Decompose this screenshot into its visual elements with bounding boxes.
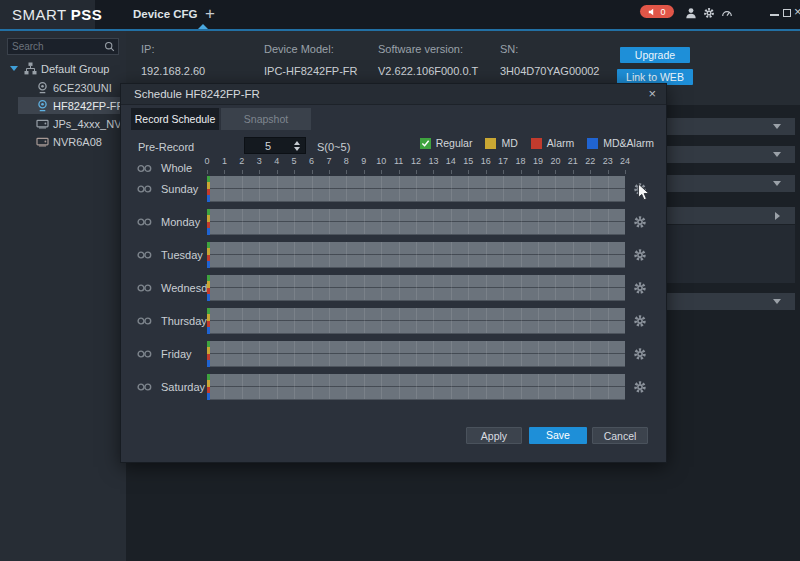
regular-checkbox[interactable] [420, 138, 431, 149]
timeline-strip [207, 341, 210, 367]
title-bar: SMART PSS Device CFG + 0 × [0, 0, 800, 29]
gear-icon[interactable] [633, 215, 647, 229]
device-sidebar: Default Group 6CE230UNI HF8242FP-FR JPs_… [0, 31, 126, 561]
cancel-button[interactable]: Cancel [592, 427, 648, 444]
expand-arrow-icon[interactable] [10, 66, 18, 71]
alarm-count: 0 [660, 7, 665, 17]
brand-text-bold: PSS [71, 6, 103, 23]
search-box[interactable] [7, 38, 119, 55]
chevron-right-icon [775, 212, 780, 220]
day-label: Friday [161, 341, 192, 367]
apply-button[interactable]: Apply [466, 427, 522, 444]
schedule-dialog: Schedule HF8242FP-FR × Record Schedule S… [120, 83, 667, 463]
sidebar-item-default-group[interactable]: Default Group [0, 60, 126, 77]
link-icon[interactable] [137, 185, 152, 194]
spin-down-icon[interactable] [294, 147, 300, 151]
search-icon[interactable] [104, 41, 115, 52]
schedule-row-whole: Whole [121, 161, 668, 175]
device-label: JPs_4xxx_NVR [53, 118, 129, 130]
mouse-cursor [637, 183, 650, 202]
schedule-row-thursday: Thursday [121, 308, 668, 334]
check-icon [421, 139, 430, 148]
upgrade-button[interactable]: Upgrade [620, 47, 690, 63]
schedule-row-sunday: Sunday [121, 176, 668, 202]
user-icon[interactable] [685, 7, 697, 19]
sidebar-item-hf8242fp-fr[interactable]: HF8242FP-FR [18, 97, 126, 114]
link-icon[interactable] [137, 251, 152, 260]
schedule-row-wednesday: Wednesday [121, 275, 668, 301]
group-icon [24, 62, 37, 75]
link-icon[interactable] [137, 350, 152, 359]
schedule-row-saturday: Saturday [121, 374, 668, 400]
minimize-button[interactable] [770, 14, 779, 16]
pre-record-input[interactable] [245, 138, 291, 153]
legend-alarm[interactable]: Alarm [531, 137, 574, 149]
link-icon[interactable] [137, 383, 152, 392]
tab-snapshot-schedule[interactable]: Snapshot Schedule [221, 108, 311, 130]
schedule-legend: Regular MD Alarm MD&Alarm [420, 137, 654, 149]
link-icon[interactable] [137, 317, 152, 326]
camera-icon [36, 81, 49, 94]
timeline-bar[interactable] [207, 341, 625, 367]
gear-icon[interactable] [703, 7, 715, 19]
day-label: Monday [161, 209, 200, 235]
device-label: HF8242FP-FR [53, 100, 125, 112]
maximize-button[interactable] [783, 9, 791, 17]
gear-icon[interactable] [633, 380, 647, 394]
dialog-title: Schedule HF8242FP-FR [134, 88, 260, 100]
gear-icon[interactable] [633, 281, 647, 295]
tab-record-schedule[interactable]: Record Schedule [131, 108, 219, 130]
sidebar-item-nvr6a08[interactable]: NVR6A08 [0, 133, 126, 150]
timeline-bar[interactable] [207, 242, 625, 268]
search-input[interactable] [12, 39, 100, 54]
link-icon[interactable] [137, 218, 152, 227]
gear-icon[interactable] [633, 347, 647, 361]
device-label: NVR6A08 [53, 136, 102, 148]
pre-record-stepper[interactable] [244, 137, 306, 154]
spin-up-icon[interactable] [294, 141, 300, 145]
close-button[interactable]: × [794, 4, 800, 19]
timeline-bar[interactable] [207, 374, 625, 400]
timeline-strip [207, 275, 210, 301]
legend-md[interactable]: MD [485, 137, 517, 149]
sidebar-item-jps-4xxx-nvr[interactable]: JPs_4xxx_NVR [0, 115, 126, 132]
save-button[interactable]: Save [529, 427, 587, 444]
link-icon[interactable] [137, 164, 152, 173]
netspeed-icon[interactable] [721, 7, 733, 19]
md-swatch[interactable] [485, 138, 496, 149]
timeline-strip [207, 308, 210, 334]
legend-regular[interactable]: Regular [420, 137, 473, 149]
speaker-icon [648, 8, 656, 16]
schedule-row-monday: Monday [121, 209, 668, 235]
group-label: Default Group [41, 63, 109, 75]
chevron-down-icon [773, 299, 781, 304]
sidebar-item-6ce230uni[interactable]: 6CE230UNI [0, 79, 126, 96]
pre-record-label: Pre-Record [138, 141, 194, 153]
legend-md-alarm[interactable]: MD&Alarm [587, 137, 654, 149]
timeline-bar[interactable] [207, 209, 625, 235]
day-label: Tuesday [161, 242, 203, 268]
day-label: Thursday [161, 308, 207, 334]
camera-icon [36, 99, 49, 112]
timeline-bar[interactable] [207, 275, 625, 301]
link-icon[interactable] [137, 284, 152, 293]
timeline-bar[interactable] [207, 176, 625, 202]
schedule-row-friday: Friday [121, 341, 668, 367]
gear-icon[interactable] [633, 248, 647, 262]
nvr-icon [36, 135, 49, 148]
timeline-strip [207, 374, 210, 400]
field-sn: SN: 3H04D70YAG00002 [500, 43, 599, 77]
tab-device-cfg[interactable]: Device CFG [133, 0, 198, 29]
dialog-title-bar: Schedule HF8242FP-FR × [121, 84, 666, 105]
alarm-swatch[interactable] [531, 138, 542, 149]
alarm-badge[interactable]: 0 [640, 5, 674, 18]
smart-pss-window: SMART PSS Device CFG + 0 × 08:45:01 IP: … [0, 0, 800, 561]
chevron-down-icon [773, 181, 781, 186]
brand-text: SMART [12, 6, 67, 23]
spinner-arrows[interactable] [293, 140, 302, 152]
gear-icon[interactable] [633, 314, 647, 328]
timeline-bar[interactable] [207, 308, 625, 334]
md-alarm-swatch[interactable] [587, 138, 598, 149]
timeline-strip [207, 209, 210, 235]
dialog-close-icon[interactable]: × [648, 86, 656, 101]
